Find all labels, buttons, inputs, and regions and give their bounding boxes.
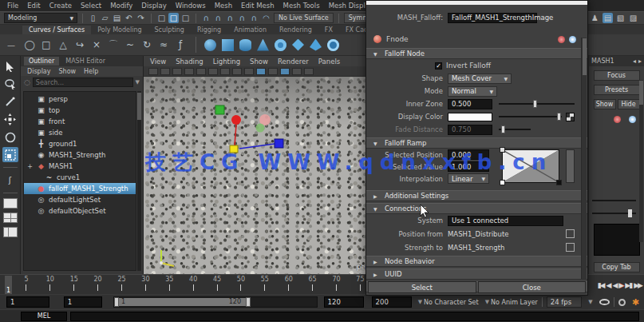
range-end-handle[interactable]	[246, 297, 251, 307]
file-icon[interactable]: ▤	[112, 13, 122, 23]
show-button[interactable]: Show	[594, 99, 616, 109]
snap-icon[interactable]: ∩	[213, 13, 223, 23]
presets-button[interactable]: Presets	[594, 85, 640, 95]
outliner-scrollbar[interactable]	[137, 91, 141, 271]
playback-button[interactable]: ▶▮	[624, 281, 632, 289]
chevron-down-icon[interactable]: ▼	[418, 299, 422, 305]
auto-keyframe-icon[interactable]	[618, 299, 626, 306]
menu-item[interactable]: Mesh Tools	[283, 2, 320, 10]
viewport-toolbar-icon[interactable]	[148, 68, 158, 75]
viewport-menu-item[interactable]: View	[150, 58, 166, 66]
menu-item[interactable]: Select	[81, 2, 101, 10]
viewport-toolbar-icon[interactable]	[220, 68, 230, 75]
menu-set-dropdown[interactable]: Modeling▼	[4, 13, 77, 23]
curve-tool-icon[interactable]: △	[56, 38, 70, 52]
viewport-toolbar-icon[interactable]	[208, 68, 218, 75]
shelf-tab[interactable]: Animation	[227, 26, 273, 34]
shelf-collapse-icon[interactable]: —	[5, 41, 18, 50]
viewport-toolbar-icon[interactable]	[184, 68, 194, 75]
no-live-surface-button[interactable]: No Live Surface	[274, 13, 334, 23]
poly-primitive-icon[interactable]	[204, 39, 216, 51]
poly-primitive-icon[interactable]	[275, 39, 286, 51]
ramp-handle[interactable]	[500, 180, 505, 185]
character-set-dropdown[interactable]: No Character Set	[424, 299, 479, 306]
window-title-bar[interactable]	[366, 1, 587, 5]
display-color-slider[interactable]	[499, 116, 562, 117]
notes-box[interactable]	[594, 224, 640, 256]
section-node-behavior[interactable]: ▶ Node Behavior	[366, 256, 587, 267]
menu-item[interactable]: Edit Mesh	[241, 2, 275, 10]
layout-four-pane-button[interactable]	[3, 213, 18, 223]
playback-start-field[interactable]: 1	[64, 296, 102, 308]
shelf-tab[interactable]: Sculpting	[148, 26, 191, 34]
viewport-toolbar-icon[interactable]	[244, 68, 254, 75]
outliner-tab[interactable]: Outliner	[24, 57, 59, 66]
current-frame-indicator[interactable]: 1	[5, 276, 12, 294]
section-additional-settings[interactable]: ▶ Additional Settings	[366, 190, 587, 201]
outliner-menu-item[interactable]: Help	[84, 68, 98, 75]
anim-layer-dropdown[interactable]: No Anim Layer	[491, 299, 538, 306]
selection-mode-icon[interactable]: □	[156, 13, 167, 23]
paint-select-tool[interactable]	[2, 94, 18, 109]
poly-primitive-icon[interactable]	[257, 39, 269, 51]
node-name-field[interactable]: Falloff_MASH1_StrengthImage	[448, 13, 537, 23]
shelf-tab[interactable]: Poly Modeling	[91, 26, 148, 34]
range-slider[interactable]: 1 120	[113, 296, 318, 308]
viewport-menu-item[interactable]: Show	[250, 58, 268, 66]
viewport-toolbar-icon[interactable]	[196, 68, 206, 75]
attribute-editor-scrollbar[interactable]	[581, 38, 587, 279]
display-toggle-icon[interactable]	[569, 36, 576, 43]
chevron-down-icon[interactable]: ▼	[485, 299, 489, 305]
sample-swatch-icon[interactable]	[558, 36, 565, 43]
poly-primitive-icon[interactable]	[222, 39, 234, 51]
selected-position-field[interactable]: 0.000	[448, 149, 489, 160]
animation-end-field[interactable]: 200	[372, 296, 412, 308]
viewport-toolbar-icon[interactable]	[268, 68, 278, 75]
chevron-down-icon[interactable]: ▼	[136, 79, 140, 85]
selection-mode-icon[interactable]: □	[168, 13, 179, 23]
ramp-handle[interactable]	[500, 147, 505, 153]
poly-primitive-icon[interactable]	[310, 39, 322, 51]
sample-swatch-icon[interactable]	[614, 116, 621, 123]
playback-button[interactable]: ◀	[611, 281, 617, 289]
layout-two-pane-button[interactable]	[3, 227, 18, 237]
section-uuid[interactable]: ▶ UUID	[366, 268, 587, 280]
animation-preferences-icon[interactable]: ✱	[632, 297, 639, 308]
curve-tool-icon[interactable]: ƒ	[173, 38, 188, 52]
shelf-tab[interactable]: Curves / Surfaces	[22, 26, 91, 34]
curve-tool-icon[interactable]: ≈	[156, 38, 171, 52]
lasso-tool[interactable]	[2, 77, 18, 92]
command-input[interactable]	[70, 312, 639, 321]
rotate-tool[interactable]	[2, 129, 18, 145]
outliner-item[interactable]: MASH1	[24, 161, 136, 172]
attribute-editor-icon[interactable]: ▤	[603, 13, 613, 23]
menu-item[interactable]: File	[7, 2, 18, 10]
scale-tool[interactable]	[2, 147, 18, 162]
expand-icon[interactable]	[26, 163, 34, 170]
move-tool[interactable]	[2, 112, 18, 127]
outliner-search-input[interactable]	[33, 78, 133, 87]
menu-item[interactable]: Edit	[27, 2, 40, 10]
outliner-item[interactable]: persp	[24, 93, 136, 105]
curve-tool-icon[interactable]: ×	[89, 38, 104, 52]
outliner-item[interactable]: front	[24, 116, 136, 127]
outliner-menu-item[interactable]: Show	[59, 68, 77, 75]
layout-single-pane-button[interactable]	[3, 198, 18, 209]
file-icon[interactable]: ↶	[124, 13, 134, 23]
viewport-toolbar-icon[interactable]	[292, 68, 302, 75]
system-field[interactable]: Use 1 connected	[448, 216, 563, 226]
inner-zone-field[interactable]: 0.500	[448, 99, 492, 109]
section-falloff-ramp[interactable]: ▼ Falloff Ramp	[366, 137, 587, 149]
playback-button[interactable]: ◀	[606, 281, 611, 289]
playback-end-field[interactable]: 120	[324, 296, 364, 308]
display-toggle-icon[interactable]	[629, 116, 636, 123]
viewport-menu-item[interactable]: Lighting	[213, 58, 240, 66]
chevron-down-icon[interactable]: ▼	[588, 299, 592, 305]
fps-dropdown[interactable]: 24 fps	[547, 296, 582, 308]
viewport-menu-item[interactable]: Panels	[318, 58, 340, 66]
soft-mod-tool[interactable]: ʃ	[2, 173, 18, 188]
invert-falloff-checkbox[interactable]: ✓	[435, 62, 442, 70]
dock-tab-label[interactable]: MASH1	[591, 58, 614, 65]
ramp-options-button[interactable]	[566, 149, 575, 183]
viewport-toolbar-icon[interactable]	[256, 68, 266, 75]
